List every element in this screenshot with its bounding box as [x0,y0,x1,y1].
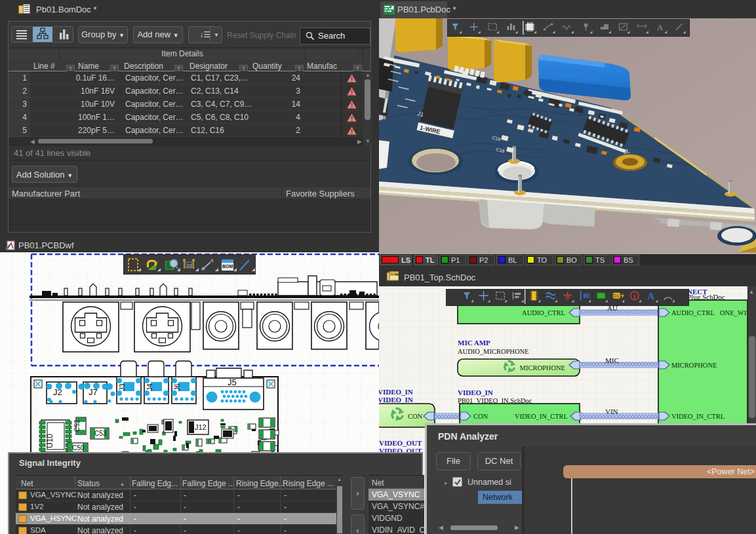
svg-text:AUDIO_CTRL: AUDIO_CTRL [522,309,565,316]
svg-text:CON: CON [473,413,488,420]
svg-text:MIC AMP: MIC AMP [458,339,490,347]
svg-text:10: 10 [187,263,192,268]
svg-text:J12: J12 [195,423,207,431]
svg-text:AUDIO_CTRL: AUDIO_CTRL [671,309,715,316]
svg-text:MICROPHONE: MICROPHONE [520,364,565,372]
svg-text:C52: C52 [73,419,81,432]
svg-text:J4: J4 [146,383,153,391]
svg-text:J6: J6 [173,383,181,391]
svg-text:VIN: VIN [605,408,618,415]
svg-text:J3: J3 [118,383,126,391]
svg-text:ONE_WIR: ONE_WIR [720,309,751,316]
svg-text:VIDEO_IN_CTRL: VIDEO_IN_CTRL [515,413,568,420]
svg-text:4: 4 [210,257,214,263]
svg-text:J5: J5 [228,377,237,387]
svg-text:CON: CON [408,413,423,420]
svg-text:A: A [657,22,664,32]
svg-text:VIDEO_OUT: VIDEO_OUT [379,439,422,447]
svg-text:D1: D1 [614,294,620,298]
svg-text:A: A [647,290,654,301]
svg-text:C50: C50 [72,444,85,451]
svg-text:MICROPHONE: MICROPHONE [671,362,717,369]
svg-text:VIDEO_IN: VIDEO_IN [379,388,413,396]
svg-text:VIDEO_IN: VIDEO_IN [379,396,413,404]
svg-text:VIDEO_IN: VIDEO_IN [458,389,493,396]
svg-text:C53: C53 [94,430,107,437]
svg-text:VIDEO_IN_CTRL: VIDEO_IN_CTRL [671,413,725,420]
svg-text:BOM: BOM [222,264,233,269]
svg-text:U10: U10 [45,434,54,448]
svg-text:AUDIO_MICROPHONE: AUDIO_MICROPHONE [458,348,529,355]
svg-text:MIC: MIC [605,356,619,364]
